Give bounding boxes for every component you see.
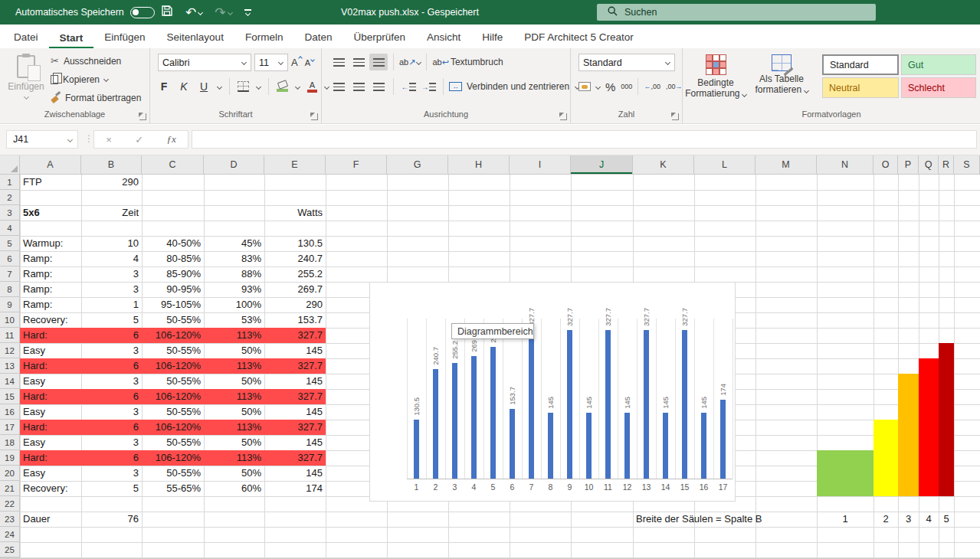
copy-dropdown-icon[interactable] bbox=[103, 77, 109, 82]
row-header-11[interactable]: 11 bbox=[0, 328, 20, 343]
row-header-22[interactable]: 22 bbox=[0, 496, 20, 512]
bold-button[interactable]: F bbox=[158, 80, 170, 93]
row-header-17[interactable]: 17 bbox=[0, 420, 20, 435]
cell-A19[interactable]: Hard: bbox=[20, 450, 81, 466]
cell-E16[interactable]: 145 bbox=[264, 404, 326, 420]
cell-E11[interactable]: 327.7 bbox=[264, 328, 326, 343]
column-header-L[interactable]: L bbox=[694, 155, 755, 175]
cell-B9[interactable]: 1 bbox=[81, 297, 142, 312]
cell-D7[interactable]: 88% bbox=[204, 266, 264, 282]
cell-B6[interactable]: 4 bbox=[81, 251, 142, 266]
undo-dropdown-icon[interactable] bbox=[198, 9, 203, 15]
row-header-12[interactable]: 12 bbox=[0, 343, 20, 358]
cell-C11[interactable]: 106-120% bbox=[142, 328, 204, 343]
cell-E12[interactable]: 145 bbox=[264, 343, 326, 358]
cell-B18[interactable]: 3 bbox=[81, 435, 142, 450]
number-dialog-launcher[interactable] bbox=[672, 113, 679, 120]
orientation-dropdown-icon[interactable] bbox=[416, 59, 421, 64]
cell-C18[interactable]: 50-55% bbox=[142, 435, 204, 450]
cell-D11[interactable]: 113% bbox=[204, 328, 264, 343]
cell-A12[interactable]: Easy bbox=[20, 343, 81, 358]
cell-A15[interactable]: Hard: bbox=[20, 389, 81, 404]
wrap-text-button[interactable]: Textumbruch bbox=[451, 57, 503, 67]
column-header-Q[interactable]: Q bbox=[919, 155, 939, 175]
cell-D13[interactable]: 113% bbox=[204, 358, 264, 374]
cut-button[interactable]: ✂ Ausschneiden bbox=[51, 54, 141, 67]
row-header-9[interactable]: 9 bbox=[0, 297, 20, 312]
clipboard-dialog-launcher[interactable] bbox=[139, 113, 146, 120]
cell-C13[interactable]: 106-120% bbox=[142, 358, 204, 374]
align-bottom-icon[interactable] bbox=[369, 54, 388, 70]
cell-A3[interactable]: 5x6 bbox=[20, 205, 81, 221]
cell-D12[interactable]: 50% bbox=[204, 343, 264, 358]
column-header-J[interactable]: J bbox=[571, 155, 633, 175]
style-tile-neutral[interactable]: Neutral bbox=[822, 77, 899, 98]
row-header-23[interactable]: 23 bbox=[0, 512, 20, 527]
cell-D15[interactable]: 113% bbox=[204, 389, 264, 404]
accounting-format-icon[interactable] bbox=[578, 82, 591, 91]
cell-B21[interactable]: 5 bbox=[81, 481, 142, 496]
tab-start[interactable]: Start bbox=[49, 28, 94, 49]
fill-color-icon[interactable] bbox=[277, 81, 288, 92]
cell-C14[interactable]: 50-55% bbox=[142, 374, 204, 389]
tab-daten[interactable]: Daten bbox=[293, 27, 343, 48]
column-header-S[interactable]: S bbox=[954, 155, 980, 175]
cell-C10[interactable]: 50-55% bbox=[142, 312, 204, 328]
copy-button[interactable]: Kopieren bbox=[51, 73, 141, 86]
font-size-select[interactable]: 11 bbox=[254, 54, 288, 71]
search-box[interactable]: Suchen bbox=[597, 4, 876, 21]
row-header-1[interactable]: 1 bbox=[0, 175, 20, 190]
borders-dropdown-icon[interactable] bbox=[256, 83, 261, 89]
format-painter-button[interactable]: Format übertragen bbox=[51, 91, 141, 104]
enter-icon[interactable]: ✓ bbox=[135, 134, 143, 145]
insert-function-icon[interactable]: ƒx bbox=[167, 133, 176, 145]
row-header-25[interactable]: 25 bbox=[0, 542, 20, 557]
tab-einf-gen[interactable]: Einfügen bbox=[93, 27, 156, 48]
tab-pdf-architect-5-creator[interactable]: PDF Architect 5 Creator bbox=[513, 27, 644, 48]
cell-E3[interactable]: Watts bbox=[264, 205, 326, 221]
row-header-24[interactable]: 24 bbox=[0, 527, 20, 542]
cell-D20[interactable]: 50% bbox=[204, 466, 264, 481]
cancel-icon[interactable]: × bbox=[106, 134, 112, 145]
decrease-font-icon[interactable]: A bbox=[305, 58, 314, 67]
cell-B16[interactable]: 3 bbox=[81, 404, 142, 420]
conditional-formatting-button[interactable]: Bedingte Formatierung bbox=[683, 48, 749, 110]
align-right-icon[interactable] bbox=[369, 78, 388, 95]
cell-D10[interactable]: 53% bbox=[204, 312, 264, 328]
cell-B8[interactable]: 3 bbox=[81, 282, 142, 297]
italic-button[interactable]: K bbox=[178, 80, 190, 93]
cell-B10[interactable]: 5 bbox=[81, 312, 142, 328]
cell-O23[interactable]: 2 bbox=[873, 512, 898, 527]
font-color-icon[interactable]: A bbox=[307, 81, 317, 93]
name-box[interactable]: J41 bbox=[6, 130, 78, 149]
row-header-5[interactable]: 5 bbox=[0, 236, 20, 251]
cell-A14[interactable]: Easy bbox=[20, 374, 81, 389]
cell-D9[interactable]: 100% bbox=[204, 297, 264, 312]
row-header-15[interactable]: 15 bbox=[0, 389, 20, 404]
cell-E5[interactable]: 130.5 bbox=[264, 236, 326, 251]
select-all-corner[interactable] bbox=[0, 155, 20, 175]
cell-A6[interactable]: Ramp: bbox=[20, 251, 81, 266]
column-header-F[interactable]: F bbox=[326, 155, 387, 175]
increase-decimal-icon[interactable]: ←,00 bbox=[644, 83, 660, 90]
font-dialog-launcher[interactable] bbox=[311, 113, 318, 120]
cell-D17[interactable]: 113% bbox=[204, 420, 264, 435]
cell-E6[interactable]: 240.7 bbox=[264, 251, 326, 266]
cell-C12[interactable]: 50-55% bbox=[142, 343, 204, 358]
cell-C19[interactable]: 106-120% bbox=[142, 450, 204, 466]
column-header-R[interactable]: R bbox=[939, 155, 954, 175]
cell-B5[interactable]: 10 bbox=[81, 236, 142, 251]
format-as-table-button[interactable]: Als Tabelle formatieren bbox=[749, 48, 814, 110]
cell-D8[interactable]: 93% bbox=[204, 282, 264, 297]
cell-C8[interactable]: 90-95% bbox=[142, 282, 204, 297]
cell-A21[interactable]: Recovery: bbox=[20, 481, 81, 496]
cell-E10[interactable]: 153.7 bbox=[264, 312, 326, 328]
cell-R23[interactable]: 5 bbox=[939, 512, 954, 527]
cell-A20[interactable]: Easy bbox=[20, 466, 81, 481]
style-tile-standard[interactable]: Standard bbox=[822, 54, 899, 75]
cell-P23[interactable]: 3 bbox=[898, 512, 919, 527]
cell-D16[interactable]: 50% bbox=[204, 404, 264, 420]
cell-E13[interactable]: 327.7 bbox=[264, 358, 326, 374]
cell-B14[interactable]: 3 bbox=[81, 374, 142, 389]
orientation-icon[interactable]: ab↗ bbox=[399, 57, 415, 67]
